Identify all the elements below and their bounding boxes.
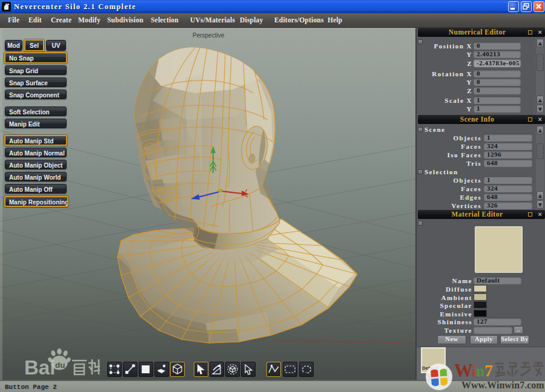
svg-text:W: W <box>454 360 473 381</box>
svg-text:7: 7 <box>484 361 493 380</box>
svg-text:n: n <box>476 363 484 379</box>
svg-text:i: i <box>472 363 476 379</box>
svg-text:Www.Winwin7.com: Www.Winwin7.com <box>461 380 544 390</box>
svg-text:du: du <box>55 361 65 370</box>
